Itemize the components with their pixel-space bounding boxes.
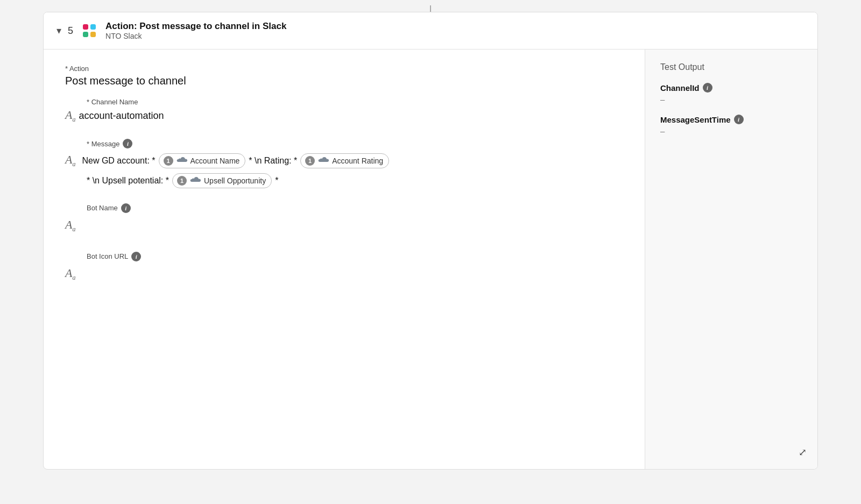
bot-name-field: Bot Name i Aa	[65, 203, 623, 235]
svg-rect-3	[90, 32, 96, 37]
messagesenttime-label: MessageSentTime i	[660, 115, 802, 124]
message-field: * Message i Aa New GD account: * 1	[65, 139, 623, 188]
message-mid-text: * \n Rating: *	[249, 156, 297, 166]
action-subtitle: NTO Slack	[105, 32, 286, 40]
channel-name-row: Aa account-automation	[65, 108, 623, 124]
aa-icon-channel: Aa	[65, 108, 75, 124]
message-line2-suffix: *	[275, 176, 278, 186]
salesforce-cloud-icon-2	[317, 157, 329, 165]
main-panel: * Action Post message to channel * Chann…	[44, 49, 645, 469]
action-value: Post message to channel	[65, 75, 623, 87]
message-prefix-text: New GD account: *	[82, 156, 155, 166]
account-name-pill[interactable]: 1 Account Name	[159, 153, 246, 168]
channel-name-value: account-automation	[79, 110, 164, 122]
action-title: Action: Post message to channel in Slack	[105, 21, 286, 32]
bot-name-info-icon[interactable]: i	[121, 203, 131, 213]
pill1-num: 1	[164, 156, 173, 166]
channelid-field: ChannelId i –	[660, 83, 802, 104]
svg-rect-2	[83, 32, 88, 37]
channelid-value: –	[660, 95, 802, 104]
message-content-line2: * \n Upsell potential: * 1 Upsell Opport…	[87, 173, 623, 188]
message-label: * Message	[87, 140, 119, 148]
bot-icon-info-icon[interactable]: i	[131, 252, 141, 261]
message-info-icon[interactable]: i	[123, 139, 132, 148]
svg-rect-1	[90, 24, 96, 30]
message-content-line1: Aa New GD account: * 1 Account Name * \	[65, 153, 623, 168]
side-panel: Test Output ChannelId i – MessageSentTim…	[645, 49, 817, 469]
pill1-text: Account Name	[190, 157, 240, 165]
account-rating-pill[interactable]: 1 Account Rating	[300, 153, 389, 168]
message-line2-prefix: * \n Upsell potential: *	[87, 176, 169, 186]
test-output-title: Test Output	[660, 62, 802, 72]
bot-icon-value-row: Aa	[65, 266, 623, 283]
collapse-chevron-icon[interactable]: ▾	[57, 25, 61, 37]
channelid-info-icon[interactable]: i	[703, 83, 712, 93]
aa-icon-boticon: Aa	[65, 266, 75, 282]
salesforce-cloud-icon-3	[189, 176, 201, 185]
body-container: * Action Post message to channel * Chann…	[44, 49, 817, 469]
step-number: 5	[68, 25, 73, 37]
pill3-num: 1	[177, 176, 187, 186]
salesforce-cloud-icon-1	[176, 157, 188, 165]
channelid-label: ChannelId i	[660, 83, 802, 93]
bot-name-value-row: Aa	[65, 217, 623, 235]
bot-icon-url-label: Bot Icon URL	[87, 252, 128, 260]
aa-icon-botname: Aa	[65, 218, 75, 233]
action-field: * Action Post message to channel	[65, 65, 623, 87]
pill2-text: Account Rating	[332, 157, 383, 165]
messagesenttime-value: –	[660, 126, 802, 136]
header-text: Action: Post message to channel in Slack…	[105, 21, 286, 40]
action-header: ▾ 5 Action: Post message to channel in S…	[44, 12, 817, 49]
aa-icon-message: Aa	[65, 153, 75, 168]
pill2-num: 1	[305, 156, 315, 166]
messagesenttime-info-icon[interactable]: i	[734, 115, 744, 124]
messagesenttime-field: MessageSentTime i –	[660, 115, 802, 136]
expand-icon[interactable]: ⤢	[799, 446, 807, 458]
action-label: * Action	[65, 65, 623, 73]
bot-icon-url-field: Bot Icon URL i Aa	[65, 252, 623, 283]
upsell-opportunity-pill[interactable]: 1 Upsell Opportunity	[172, 173, 272, 188]
svg-rect-0	[83, 24, 88, 30]
channel-name-label: * Channel Name	[87, 98, 623, 106]
message-label-row: * Message i	[87, 139, 623, 148]
bot-name-label: Bot Name	[87, 204, 118, 212]
channel-name-field: * Channel Name Aa account-automation	[65, 98, 623, 124]
pill3-text: Upsell Opportunity	[204, 176, 266, 185]
slack-logo-icon	[80, 21, 99, 40]
